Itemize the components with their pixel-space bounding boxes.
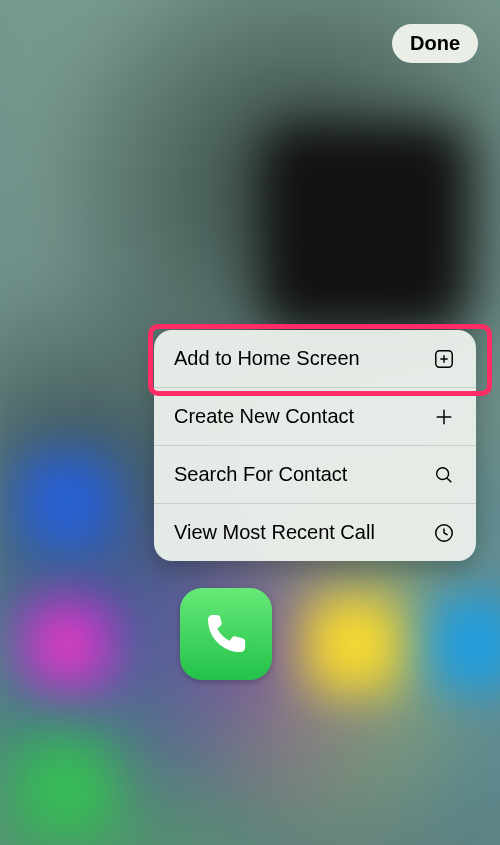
done-button[interactable]: Done (392, 24, 478, 63)
menu-item-label: Search For Contact (174, 463, 347, 486)
phone-app-icon[interactable] (180, 588, 272, 680)
menu-item-add-to-home-screen[interactable]: Add to Home Screen (154, 330, 476, 387)
menu-item-create-new-contact[interactable]: Create New Contact (154, 387, 476, 445)
menu-item-label: View Most Recent Call (174, 521, 375, 544)
clock-icon (432, 521, 456, 545)
svg-point-5 (437, 467, 449, 479)
menu-item-view-most-recent-call[interactable]: View Most Recent Call (154, 503, 476, 561)
menu-item-search-for-contact[interactable]: Search For Contact (154, 445, 476, 503)
quick-actions-menu: Add to Home Screen Create New Contact Se… (154, 330, 476, 561)
plus-icon (432, 405, 456, 429)
svg-line-9 (444, 533, 448, 535)
phone-icon (199, 607, 253, 661)
search-icon (432, 463, 456, 487)
menu-item-label: Create New Contact (174, 405, 354, 428)
menu-item-label: Add to Home Screen (174, 347, 360, 370)
svg-line-6 (447, 477, 451, 481)
plus-box-icon (432, 347, 456, 371)
